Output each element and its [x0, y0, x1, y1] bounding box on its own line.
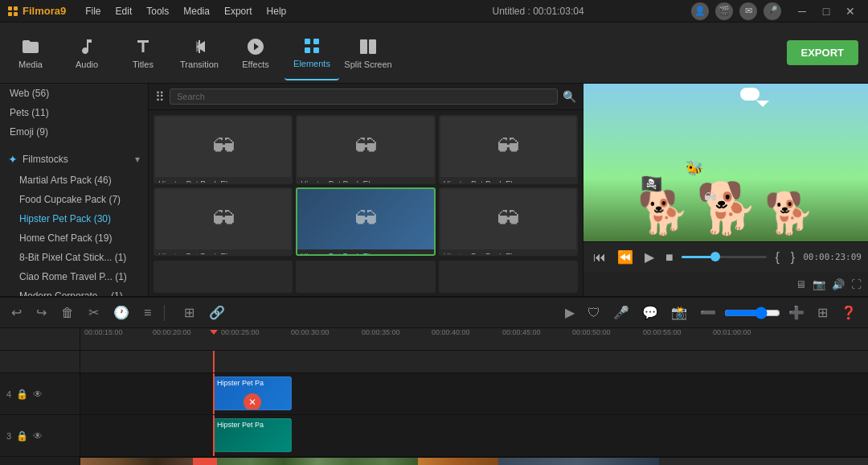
- shield-icon[interactable]: 🛡: [583, 302, 605, 323]
- filmstocks-modern-corporate[interactable]: Modern Corporate ... (1): [0, 286, 148, 296]
- volume-icon[interactable]: 🔊: [832, 278, 845, 290]
- export-button[interactable]: EXPORT: [787, 40, 858, 65]
- clip-hipster-4[interactable]: Hipster Pet Pa ✕: [213, 377, 292, 410]
- search-bar: ⠿ 🔍: [149, 84, 583, 110]
- tool-transition[interactable]: Transition: [172, 26, 227, 80]
- delete-button[interactable]: 🗑: [56, 302, 79, 323]
- glasses-icon-1: 🕶: [212, 134, 235, 160]
- prev-frame-button[interactable]: ⏪: [614, 246, 637, 268]
- mic-header-icon[interactable]: 🎤: [764, 2, 781, 20]
- link-button[interactable]: 🔗: [204, 302, 230, 323]
- svg-rect-9: [360, 39, 367, 54]
- menu-edit[interactable]: Edit: [109, 4, 139, 19]
- media-item-partial-2[interactable]: [296, 261, 435, 293]
- plus-icon[interactable]: ➕: [784, 302, 809, 323]
- play-button[interactable]: ▶: [641, 246, 657, 268]
- nav-pets[interactable]: Pets (11): [0, 103, 148, 122]
- stop-button[interactable]: ■: [662, 247, 677, 268]
- search-input[interactable]: [170, 88, 558, 105]
- bracket-out-icon[interactable]: }: [788, 247, 798, 268]
- filmstocks-home-chef[interactable]: Home Chef Pack (19): [0, 228, 148, 248]
- captions-icon[interactable]: 💬: [637, 302, 663, 323]
- undo-button[interactable]: ↩: [6, 302, 27, 323]
- tool-titles[interactable]: Titles: [116, 26, 170, 80]
- main-toolbar: Media Audio Titles Transition Effects El…: [0, 23, 868, 84]
- menu-bar: File Edit Tools Media Export Help: [79, 4, 385, 19]
- svg-rect-8: [313, 47, 319, 53]
- skip-back-button[interactable]: ⏮: [590, 247, 609, 268]
- add-track-button[interactable]: ⊞: [179, 302, 199, 323]
- help-icon[interactable]: ❓: [836, 302, 862, 323]
- clip-hipster-3[interactable]: Hipster Pet Pa: [213, 418, 292, 452]
- filmstocks-ciao-rome[interactable]: Ciao Rome Travel P... (1): [0, 267, 148, 286]
- track-4-eye-icon[interactable]: 👁: [33, 389, 43, 400]
- progress-track[interactable]: [682, 256, 768, 258]
- fullscreen-icon[interactable]: ⛶: [851, 278, 862, 290]
- track-4-label: 4: [6, 389, 11, 399]
- snapshot-icon[interactable]: 📸: [666, 302, 692, 323]
- cut-button[interactable]: ✂: [84, 302, 104, 323]
- motion-icon[interactable]: ▶: [560, 302, 579, 323]
- tool-media[interactable]: Media: [3, 26, 58, 80]
- filmstrip-icon[interactable]: 🎬: [715, 2, 733, 20]
- tool-audio[interactable]: Audio: [59, 26, 114, 80]
- track-4-lock-icon[interactable]: 🔒: [16, 389, 28, 400]
- media-item-partial-1[interactable]: [154, 261, 293, 293]
- media-item-3[interactable]: 🕶 Hipster Pet Pack Elem...: [439, 115, 578, 184]
- media-item-4[interactable]: 🕶 Hipster Pet Pack Elem...: [154, 187, 293, 257]
- svg-rect-6: [313, 39, 319, 44]
- speech-bubble: [740, 88, 760, 101]
- pirate-hat-icon: 🏴‍☠️: [641, 175, 662, 193]
- layout-icon[interactable]: ⊞: [813, 302, 833, 323]
- close-button[interactable]: ✕: [839, 3, 862, 19]
- media-item-6[interactable]: 🕶 Hipster Pet Pack Elem...: [439, 187, 578, 257]
- filmstocks-8bit[interactable]: 8-Bit Pixel Cat Stick... (1): [0, 248, 148, 267]
- duration-button[interactable]: 🕐: [108, 302, 134, 323]
- filmstocks-logo-icon: ✦: [8, 153, 18, 166]
- record-icon[interactable]: 🎤: [608, 302, 634, 323]
- layers-button[interactable]: ≡: [139, 302, 156, 323]
- media-item-1[interactable]: 🕶 Hipster Pet Pack Elem...: [154, 115, 293, 184]
- minimize-button[interactable]: ─: [791, 3, 813, 19]
- strip-seg-4: [418, 458, 498, 465]
- redo-button[interactable]: ↪: [31, 302, 51, 323]
- minus-icon[interactable]: ➖: [695, 302, 721, 323]
- monitor-icon[interactable]: 🖥: [796, 278, 806, 290]
- filmstocks-hipster-pet[interactable]: Hipster Pet Pack (30): [0, 209, 148, 228]
- media-item-partial-3[interactable]: [439, 261, 578, 293]
- media-label-6: Hipster Pet Pack Elem...: [440, 249, 576, 257]
- track-3-eye-icon[interactable]: 👁: [33, 430, 43, 442]
- tool-effects[interactable]: Effects: [228, 26, 283, 80]
- maximize-button[interactable]: □: [815, 3, 837, 19]
- menu-help[interactable]: Help: [260, 4, 293, 19]
- glasses-overlay-icon: 🕶: [704, 191, 717, 204]
- media-item-5[interactable]: 🕶 Hipster Pet Pack Elem...: [296, 187, 435, 257]
- filmstocks-food-cupcake[interactable]: Food Cupcake Pack (7): [0, 190, 148, 209]
- filmstocks-martial-arts[interactable]: Martial Arts Pack (46): [0, 171, 148, 190]
- email-icon[interactable]: ✉: [739, 2, 757, 20]
- tool-splitscreen[interactable]: Split Screen: [341, 26, 395, 80]
- track-3-lock-icon[interactable]: 🔒: [16, 430, 28, 442]
- screenshot-icon[interactable]: 📷: [813, 278, 825, 290]
- left-panel: Web (56) Pets (11) Emoji (9) ✦ Filmstock…: [0, 84, 149, 296]
- menu-file[interactable]: File: [79, 4, 107, 19]
- toolbar-separator: [164, 305, 165, 321]
- dog-plain: 🐕: [764, 193, 814, 233]
- user-avatar-icon[interactable]: 👤: [691, 2, 709, 20]
- filmstocks-header[interactable]: ✦ Filmstocks ▾: [0, 148, 148, 171]
- playhead-line-4: [213, 373, 215, 414]
- media-item-2[interactable]: 🕶 Hipster Pet Pack Elem...: [296, 115, 435, 184]
- menu-tools[interactable]: Tools: [140, 4, 175, 19]
- bracket-in-icon[interactable]: {: [772, 247, 782, 268]
- nav-web[interactable]: Web (56): [0, 84, 148, 103]
- menu-export[interactable]: Export: [218, 4, 259, 19]
- clip-3-title: Hipster Pet Pa: [217, 421, 288, 429]
- nav-emoji[interactable]: Emoji (9): [0, 122, 148, 142]
- menu-media[interactable]: Media: [177, 4, 216, 19]
- track-3-label: 3: [6, 431, 11, 441]
- tool-elements[interactable]: Elements: [285, 26, 339, 80]
- zoom-slider[interactable]: [724, 307, 780, 319]
- search-icon[interactable]: 🔍: [563, 90, 576, 103]
- strip-seg-1: [80, 458, 193, 465]
- grid-view-icon[interactable]: ⠿: [155, 89, 165, 105]
